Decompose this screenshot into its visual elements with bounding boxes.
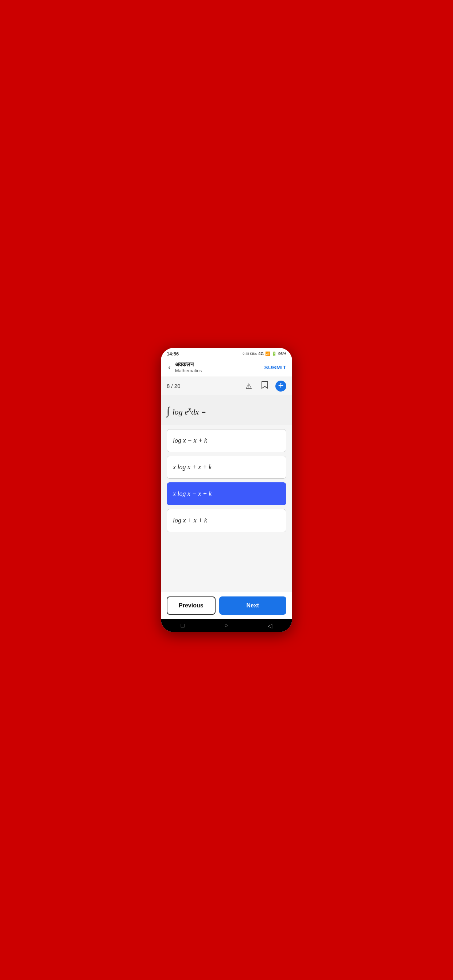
- network-type: 4G: [258, 352, 264, 356]
- option-c[interactable]: x log x − x + k: [167, 482, 286, 505]
- option-b-text: x log x + x + k: [173, 463, 212, 471]
- nav-bar: □ ○ ◁: [161, 619, 292, 632]
- title-hindi: अवकलन: [175, 361, 202, 368]
- nav-recent-icon[interactable]: ◁: [268, 622, 272, 629]
- battery-icon: 🔋: [272, 352, 277, 356]
- option-d-text: log x + x + k: [173, 517, 207, 524]
- status-bar: 14:56 0.48 KB/s 4G 📶 🔋 96%: [161, 348, 292, 358]
- submit-button[interactable]: SUBMIT: [265, 364, 287, 371]
- option-a[interactable]: log x − x + k: [167, 429, 286, 452]
- question-area: ∫ log exdx =: [161, 395, 292, 425]
- nav-home-icon[interactable]: □: [181, 622, 185, 629]
- move-button[interactable]: [275, 380, 286, 391]
- header-title: अवकलन Mathematics: [175, 361, 202, 374]
- question-math: ∫ log exdx =: [167, 402, 286, 419]
- status-time: 14:56: [167, 351, 179, 356]
- status-right: 0.48 KB/s 4G 📶 🔋 96%: [242, 352, 286, 356]
- title-english: Mathematics: [175, 368, 202, 374]
- warning-button[interactable]: ⚠: [243, 380, 254, 391]
- nav-back-icon[interactable]: ○: [224, 622, 228, 629]
- bottom-buttons: Previous Next: [161, 592, 292, 619]
- move-icon: [278, 382, 284, 390]
- next-button[interactable]: Next: [219, 597, 286, 615]
- main-content: ∫ log exdx = log x − x + k x log x + x +…: [161, 395, 292, 592]
- network-speed: 0.48 KB/s: [242, 352, 257, 355]
- battery-percent: 96%: [278, 352, 286, 356]
- phone-frame: 14:56 0.48 KB/s 4G 📶 🔋 96% ‹ अवकलन Mathe…: [161, 348, 292, 632]
- action-icons: ⚠: [243, 380, 286, 391]
- bookmark-icon: [261, 380, 268, 391]
- question-expression: log exdx =: [172, 407, 206, 416]
- header-left: ‹ अवकलन Mathematics: [167, 361, 202, 374]
- option-a-text: log x − x + k: [173, 437, 207, 444]
- app-header: ‹ अवकलन Mathematics SUBMIT: [161, 358, 292, 377]
- warning-icon: ⚠: [246, 382, 252, 390]
- bookmark-button[interactable]: [259, 380, 270, 391]
- option-b[interactable]: x log x + x + k: [167, 456, 286, 479]
- back-button[interactable]: ‹: [167, 362, 172, 373]
- signal-icon-1: 📶: [265, 352, 270, 356]
- question-counter-row: 8 / 20 ⚠: [161, 377, 292, 395]
- question-counter: 8 / 20: [167, 383, 180, 389]
- option-c-text: x log x − x + k: [173, 490, 212, 497]
- previous-button[interactable]: Previous: [167, 597, 215, 615]
- options-area: log x − x + k x log x + x + k x log x − …: [161, 425, 292, 592]
- option-d[interactable]: log x + x + k: [167, 509, 286, 532]
- integral-symbol: ∫: [167, 405, 170, 417]
- outer-wrapper: 14:56 0.48 KB/s 4G 📶 🔋 96% ‹ अवकलन Mathe…: [151, 327, 302, 653]
